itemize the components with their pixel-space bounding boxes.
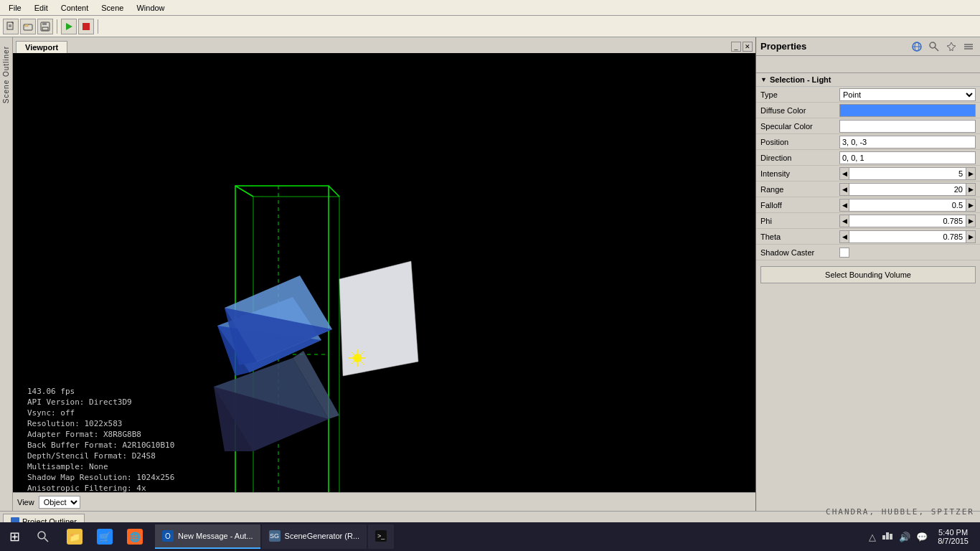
tray-network-icon[interactable] (880, 529, 895, 545)
toolbar-separator2 (98, 19, 98, 34)
phi-row: Phi ◀ 0.785 ▶ (756, 213, 980, 229)
taskbar: ⊞ 📁 🛒 🌐 O New Message - Aut... SG SceneG… (0, 522, 980, 551)
tray-volume-icon[interactable]: 🔊 (897, 530, 912, 544)
menubar: File Edit Content Scene Window (0, 0, 980, 16)
viewport-tab[interactable]: Viewport (16, 41, 67, 53)
menu-content[interactable]: Content (55, 2, 95, 14)
browser-icon: 🌐 (127, 529, 143, 545)
sidebar-label: Scene Outliner (2, 46, 10, 103)
adapter-info: Adapter Format: X8R8G8B8 (27, 430, 141, 439)
shadow-caster-row: Shadow Caster (756, 245, 980, 260)
taskbar-running-apps: O New Message - Aut... SG SceneGenerator… (152, 524, 862, 549)
svg-rect-5 (42, 22, 47, 25)
range-row: Range ◀ 20 ▶ (756, 182, 980, 197)
theta-decrease-button[interactable]: ◀ (839, 230, 849, 243)
backbuffer-info: Back Buffer Format: A2R10G10B10 (27, 441, 174, 450)
falloff-decrease-button[interactable]: ◀ (839, 199, 849, 212)
properties-pin-icon[interactable] (944, 39, 958, 54)
start-button[interactable]: ⊞ (0, 522, 29, 551)
diffuse-color-swatch[interactable] (839, 104, 976, 117)
diffuse-value (839, 104, 976, 117)
type-select[interactable]: Point Directional Spot Ambient (839, 88, 976, 101)
range-value: ◀ 20 ▶ (839, 183, 976, 196)
shadow-caster-checkbox[interactable] (839, 248, 849, 258)
taskbar-scene-item[interactable]: SG SceneGenerator (R... (262, 524, 367, 549)
taskbar-clock[interactable]: 5:40 PM 8/7/2015 (932, 528, 974, 545)
direction-label: Direction (760, 154, 839, 162)
viewport-bottom-bar: View Object (13, 492, 755, 511)
taskbar-browser[interactable]: 🌐 (121, 522, 149, 551)
phi-label: Phi (760, 217, 839, 225)
range-decrease-button[interactable]: ◀ (839, 183, 849, 196)
select-bounding-volume-button[interactable]: Select Bounding Volume (760, 266, 976, 283)
left-sidebar: Scene Outliner (0, 37, 13, 511)
view-label: View (17, 498, 34, 507)
specular-color-swatch[interactable] (839, 120, 976, 133)
position-row: Position (756, 134, 980, 150)
menu-scene[interactable]: Scene (95, 2, 129, 14)
play-button[interactable] (61, 19, 77, 34)
toolbar-separator (57, 19, 57, 34)
properties-content: Type Point Directional Spot Ambient Diff… (756, 87, 980, 511)
falloff-value: ◀ 0.5 ▶ (839, 199, 976, 212)
intensity-decrease-button[interactable]: ◀ (839, 167, 849, 180)
theta-row: Theta ◀ 0.785 ▶ (756, 229, 980, 245)
minimize-viewport-button[interactable]: _ (731, 42, 741, 52)
save-button[interactable] (37, 19, 53, 34)
taskbar-search-button[interactable] (29, 522, 57, 551)
falloff-increase-button[interactable]: ▶ (966, 199, 976, 212)
intensity-row: Intensity ◀ 5 ▶ (756, 166, 980, 182)
menu-edit[interactable]: Edit (29, 2, 54, 14)
search-icon (37, 530, 50, 543)
taskbar-cmd-item[interactable]: >_ (368, 524, 394, 549)
direction-input[interactable] (839, 151, 976, 164)
position-label: Position (760, 138, 839, 146)
theta-label: Theta (760, 232, 839, 241)
intensity-display: 5 (849, 167, 966, 180)
clock-date: 8/7/2015 (938, 537, 969, 545)
taskbar-outlook-item[interactable]: O New Message - Aut... (155, 524, 260, 549)
multisample-info: Multisample: None (27, 462, 108, 471)
svg-point-37 (930, 42, 936, 48)
main-area: Scene Outliner Viewport _ ✕ (0, 37, 980, 511)
open-button[interactable] (20, 19, 36, 34)
direction-value (839, 151, 976, 164)
taskbar-file-explorer[interactable]: 📁 (60, 522, 89, 551)
close-viewport-button[interactable]: ✕ (743, 42, 753, 52)
properties-toolbar (756, 56, 980, 73)
svg-rect-6 (42, 27, 48, 30)
tray-message-icon[interactable]: 💬 (915, 530, 929, 544)
toolbar (0, 16, 980, 37)
svg-marker-27 (339, 261, 418, 376)
vsync-info: Vsync: off (27, 408, 75, 418)
properties-menu-icon[interactable] (961, 39, 976, 54)
menu-file[interactable]: File (3, 2, 27, 14)
stop-button[interactable] (78, 19, 94, 34)
diffuse-row: Diffuse Color (756, 103, 980, 118)
viewport-tab-bar: Viewport _ ✕ (13, 37, 755, 53)
phi-increase-button[interactable]: ▶ (966, 215, 976, 227)
properties-globe-icon[interactable] (910, 39, 924, 54)
file-explorer-icon: 📁 (67, 529, 83, 545)
menu-window[interactable]: Window (131, 2, 170, 14)
range-increase-button[interactable]: ▶ (966, 183, 976, 196)
scene-label: SceneGenerator (R... (285, 532, 360, 540)
phi-decrease-button[interactable]: ◀ (839, 215, 849, 227)
tray-chevron-icon[interactable]: △ (867, 530, 877, 544)
clock-time: 5:40 PM (938, 528, 968, 537)
specular-row: Specular Color (756, 118, 980, 134)
properties-search-icon[interactable] (927, 39, 941, 54)
intensity-increase-button[interactable]: ▶ (966, 167, 976, 180)
type-value: Point Directional Spot Ambient (839, 88, 976, 101)
view-mode-select[interactable]: Object (39, 496, 80, 509)
type-label: Type (760, 90, 839, 99)
theta-increase-button[interactable]: ▶ (966, 230, 976, 243)
position-input[interactable] (839, 136, 976, 149)
range-display: 20 (849, 183, 966, 196)
collapse-arrow[interactable]: ▼ (760, 76, 767, 83)
type-row: Type Point Directional Spot Ambient (756, 87, 980, 103)
viewport[interactable]: 143.06 fps API Version: Direct3D9 Vsync:… (13, 53, 755, 492)
shadowmap-info: Shadow Map Resolution: 1024x256 (27, 473, 174, 482)
taskbar-store[interactable]: 🛒 (90, 522, 119, 551)
new-button[interactable] (3, 19, 19, 34)
